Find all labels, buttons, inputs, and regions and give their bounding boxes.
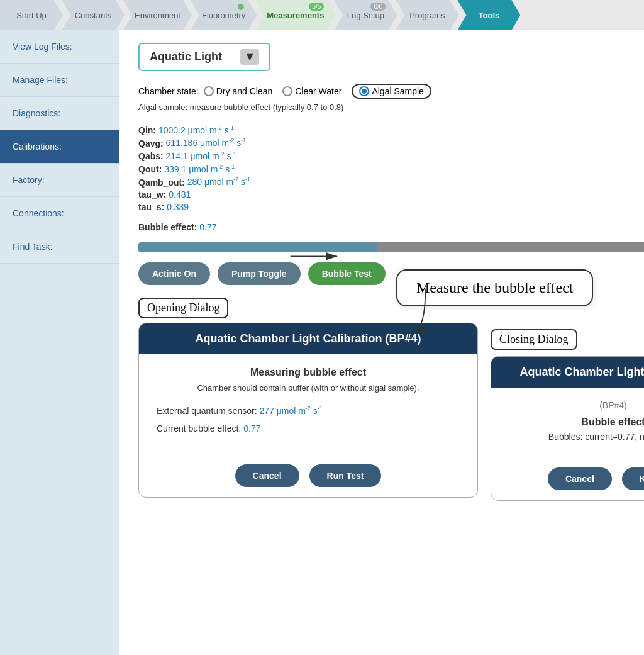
nav-constants-label: Constants (75, 11, 112, 20)
measurements-section: Qin: 1000.2 μmol m-2 s-1 Qavg: 611.186 μ… (138, 125, 644, 212)
opening-cancel-button[interactable]: Cancel (235, 464, 299, 487)
nav-tools[interactable]: Tools (457, 0, 520, 30)
nav-environment[interactable]: Environment (123, 0, 192, 30)
closing-inner-title: Bubble effect (504, 417, 644, 428)
opening-dialog-header: Aquatic Chamber Light Calibration (BP#4) (139, 323, 477, 354)
nav-fluorometry-label: Fluorometry (202, 11, 245, 20)
closing-dialog-body: (BP#4) Bubble effect Bubbles: current=0.… (491, 388, 644, 457)
opening-dialog-body: Measuring bubble effect Chamber should c… (139, 354, 477, 454)
nav-measurements[interactable]: Measurements 5/5 (255, 0, 335, 30)
opening-dialog-title: Measuring bubble effect (157, 367, 460, 378)
ext-sensor-field: External quantum sensor: 277 μmol m-2 s-… (157, 405, 460, 416)
dropdown-arrow-icon: ▼ (240, 49, 259, 65)
radio-water-circle[interactable] (282, 86, 292, 96)
closing-dialog-card: Aquatic Chamber Light Calibration (BP#4)… (491, 356, 644, 501)
nav-startup[interactable]: Start Up (0, 0, 63, 30)
tau-w-row: tau_w: 0.481 (138, 189, 644, 199)
nav-programs[interactable]: Programs (396, 0, 458, 30)
radio-dry-clean[interactable]: Dry and Clean (204, 86, 273, 96)
nav-programs-label: Programs (409, 11, 445, 20)
radio-dry-circle[interactable] (204, 86, 214, 96)
qin-row: Qin: 1000.2 μmol m-2 s-1 (138, 125, 644, 135)
closing-bubbles-text: Bubbles: current=0.77, new=0.71 (504, 432, 644, 442)
bubble-test-button[interactable]: Bubble Test (308, 262, 386, 285)
closing-dialog-footer: Cancel Keep (491, 457, 644, 500)
sidebar-item-manage-files[interactable]: Manage Files: (0, 64, 119, 97)
closing-dialog-area: Closing Dialog Aquatic Chamber Light Cal… (491, 329, 644, 501)
sidebar-item-view-log[interactable]: View Log Files: (0, 30, 119, 64)
qout-row: Qout: 339.1 μmol m-2 s-1 (138, 164, 644, 174)
nav-logsetup-label: Log Setup (347, 11, 384, 20)
chamber-state-row: Chamber state: Dry and Clean Clear Water… (138, 84, 644, 99)
sidebar: View Log Files: Manage Files: Diagnostic… (0, 30, 119, 655)
closing-cancel-button[interactable]: Cancel (548, 467, 612, 490)
main-layout: View Log Files: Manage Files: Diagnostic… (0, 30, 644, 655)
measurements-badge: 5/5 (309, 3, 324, 11)
actinic-on-button[interactable]: Actinic On (138, 262, 210, 285)
qamb-row: Qamb_out: 280 μmol m-2 s-1 (138, 177, 644, 188)
content-area: Aquatic Light ▼ Chamber state: Dry and C… (119, 30, 644, 655)
keep-button[interactable]: Keep (622, 467, 644, 490)
closing-dialog-header: Aquatic Chamber Light Calibration (491, 357, 644, 388)
sidebar-item-factory[interactable]: Factory: (0, 164, 119, 197)
measure-bubble-callout: Measure the bubble effect (396, 269, 593, 306)
nav-constants[interactable]: Constants (62, 0, 125, 30)
opening-dialog-label: Opening Dialog (138, 298, 228, 318)
fluorometry-dot (238, 4, 244, 10)
bubble-effect-value: 0.77 (199, 222, 216, 232)
qabs-row: Qabs: 214.1 μmol m-2 s-1 (138, 150, 644, 161)
sidebar-item-calibrations[interactable]: Calibrations: (0, 130, 119, 164)
opening-dialog-subtitle: Chamber should contain buffer (with or w… (157, 383, 460, 393)
closing-sub-header: (BP#4) (504, 400, 644, 410)
nav-startup-label: Start Up (16, 11, 47, 20)
sidebar-item-find-task[interactable]: Find Task: (0, 230, 119, 264)
nav-logsetup[interactable]: Log Setup 0/0 (334, 0, 397, 30)
nav-tools-label: Tools (479, 11, 500, 20)
radio-algal-circle[interactable] (359, 86, 369, 96)
progress-bar (138, 242, 644, 252)
current-bubble-field: Current bubble effect: 0.77 (157, 423, 460, 434)
opening-dialog-footer: Cancel Run Test (139, 454, 477, 497)
logsetup-badge: 0/0 (370, 3, 386, 11)
closing-dialog-label: Closing Dialog (491, 329, 577, 350)
nav-measurements-label: Measurements (267, 11, 324, 20)
algal-label-wrapper: Algal Sample (352, 84, 431, 99)
tau-s-row: tau_s: 0.339 (138, 202, 644, 212)
bubble-effect-row: Bubble effect: 0.77 (138, 222, 644, 232)
nav-fluorometry[interactable]: Fluorometry (191, 0, 257, 30)
dialogs-container: Opening Dialog Aquatic Chamber Light Cal… (138, 323, 644, 501)
chamber-state-label: Chamber state: (138, 86, 199, 96)
sidebar-item-connections[interactable]: Connections: (0, 197, 119, 230)
sidebar-item-diagnostics[interactable]: Diagnostics: (0, 97, 119, 130)
radio-algal-sample[interactable]: Algal Sample (352, 84, 431, 99)
algal-hint: Algal sample: measure bubble effect (typ… (138, 103, 644, 112)
navigation-bar: Start Up Constants Environment Fluoromet… (0, 0, 644, 30)
qavg-row: Qavg: 611.186 μmol m-2 s-1 (138, 138, 644, 148)
opening-dialog-card: Aquatic Chamber Light Calibration (BP#4)… (138, 323, 478, 498)
nav-environment-label: Environment (135, 11, 180, 20)
dropdown-label: Aquatic Light (150, 50, 222, 64)
run-test-button[interactable]: Run Test (309, 464, 382, 487)
aquatic-light-dropdown[interactable]: Aquatic Light ▼ (138, 43, 270, 71)
radio-clear-water[interactable]: Clear Water (282, 86, 341, 96)
pump-toggle-button[interactable]: Pump Toggle (218, 262, 301, 285)
